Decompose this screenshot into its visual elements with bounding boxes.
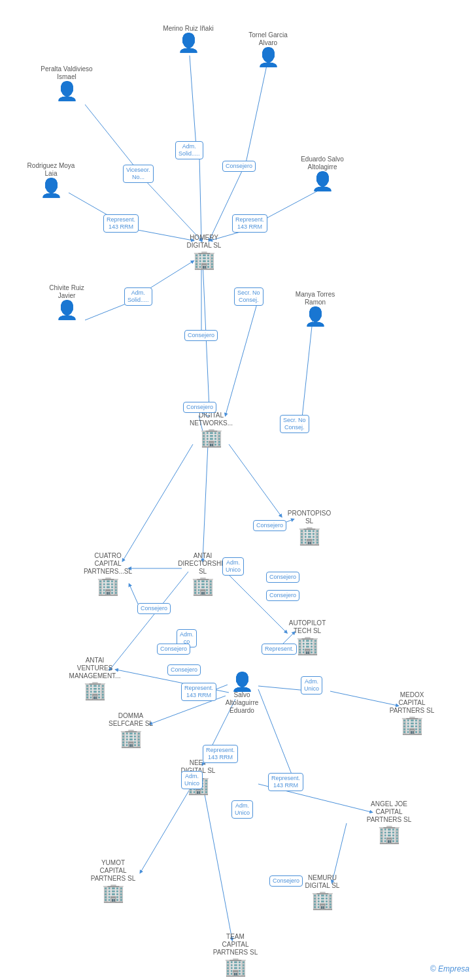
antai-ventures-label: ANTAIVENTURESMANAGEMENT... <box>69 657 121 680</box>
salvo-label: SalvoAltolaguirreEduardo <box>226 691 259 715</box>
building-icon-homery: 🏢 <box>193 251 216 269</box>
badge-represent-autopilot[interactable]: Represent. <box>262 644 297 655</box>
badge-represent-2[interactable]: Represent.143 RRM <box>232 214 267 233</box>
svg-line-30 <box>141 784 193 872</box>
node-manya: Manya Torres Ramon 👤 <box>289 291 341 326</box>
badge-adm-unico-neet[interactable]: Adm.Unico <box>181 771 203 789</box>
svg-line-34 <box>123 444 193 561</box>
person-icon-peralta: 👤 <box>56 82 78 101</box>
svg-line-17 <box>229 444 281 516</box>
autopilot-label: AUTOPILOTTECH SL <box>289 619 326 635</box>
person-icon-rodriguez: 👤 <box>40 179 63 197</box>
node-peralta: Peralta Valdivieso Ismael 👤 <box>41 65 93 101</box>
badge-represent-1[interactable]: Represent.143 RRM <box>103 214 139 233</box>
building-icon-antai-dir: 🏢 <box>192 577 214 595</box>
svg-line-31 <box>203 784 232 939</box>
badge-adm-unico-3[interactable]: Adm.Unico <box>231 800 253 819</box>
badge-consejero-5[interactable]: Consejero <box>266 590 299 601</box>
badge-secr-no-1[interactable]: Secr. NoConsej. <box>234 287 264 306</box>
svg-line-4 <box>262 189 320 221</box>
homery-label: HOMERYDIGITAL SL <box>187 234 222 250</box>
badge-consejero-8[interactable]: Consejero <box>167 664 201 676</box>
badge-adm-unico-2[interactable]: Adm.Unico <box>301 676 322 694</box>
domma-label: DOMMASELFCARE SL <box>109 712 153 728</box>
cuatro-label: CUATROCAPITALPARTNERS...SL <box>84 552 132 576</box>
badge-consejero-6[interactable]: Consejero <box>137 603 171 614</box>
building-icon-cuatro: 🏢 <box>97 577 120 595</box>
node-salvo: 👤 SalvoAltolaguirreEduardo <box>212 673 271 716</box>
person-icon-salvo: 👤 <box>231 673 254 691</box>
angel-joe-label: ANGEL JOECAPITALPARTNERS SL <box>367 800 412 824</box>
svg-line-0 <box>190 56 196 147</box>
person-icon-manya: 👤 <box>304 308 327 326</box>
building-icon-autopilot: 🏢 <box>296 636 319 655</box>
node-rodriguez: Rodriguez Moya Laia 👤 <box>25 162 77 197</box>
node-medox[interactable]: MEDOXCAPITALPARTNERS SL 🏢 <box>382 691 441 734</box>
building-icon-team-capital: 🏢 <box>224 958 247 976</box>
svg-line-2 <box>85 105 137 170</box>
antai-dir-label: ANTAIDIRECTORSHIPSL <box>178 552 227 576</box>
building-icon-digital-networks: 🏢 <box>200 429 223 447</box>
node-prontopiso[interactable]: PRONTOPISOSL 🏢 <box>280 510 339 545</box>
person-icon-tornel: 👤 <box>257 48 280 67</box>
node-antai-ventures[interactable]: ANTAIVENTURESMANAGEMENT... 🏢 <box>62 657 128 700</box>
badge-consejero-prontopiso[interactable]: Consejero <box>253 520 286 531</box>
badge-consejero-3[interactable]: Consejero <box>183 402 216 413</box>
node-angel-joe[interactable]: ANGEL JOECAPITALPARTNERS SL 🏢 <box>360 800 418 843</box>
node-homery[interactable]: HOMERYDIGITAL SL 🏢 <box>178 234 230 269</box>
badge-consejero-nemuru[interactable]: Consejero <box>269 875 303 887</box>
team-capital-label: TEAMCAPITALPARTNERS SL <box>213 933 258 956</box>
badge-adm-solid-1[interactable]: Adm.Solid..... <box>175 141 203 159</box>
svg-line-15 <box>301 320 313 430</box>
svg-line-6 <box>144 179 201 240</box>
badge-consejero-7[interactable]: Consejero <box>157 644 190 655</box>
diagram-canvas: Peralta Valdivieso Ismael 👤 Merino Ruiz … <box>0 0 476 980</box>
badge-represent-5[interactable]: Represent.143 RRM <box>268 773 303 791</box>
badge-represent-3[interactable]: Represent.143 RRM <box>181 683 216 701</box>
yumot-label: YUMOTCAPITALPARTNERS SL <box>91 859 136 883</box>
svg-line-14 <box>226 299 258 415</box>
node-tornel: Tornel Garcia Alvaro 👤 <box>242 31 294 67</box>
node-chivite: Chivite Ruiz Javier 👤 <box>41 284 93 319</box>
person-icon-merino: 👤 <box>177 34 200 52</box>
node-merino: Merino Ruiz Iñaki 👤 <box>162 25 214 52</box>
svg-line-32 <box>332 823 347 882</box>
badge-consejero-4[interactable]: Consejero <box>266 572 299 583</box>
building-icon-angel-joe: 🏢 <box>378 825 401 843</box>
badge-secr-no-2[interactable]: Secr. NoConsej. <box>280 415 309 433</box>
building-icon-yumot: 🏢 <box>102 884 125 902</box>
person-icon-chivite: 👤 <box>56 301 78 319</box>
svg-line-1 <box>245 65 267 166</box>
person-icon-eduardo-top: 👤 <box>311 172 334 191</box>
node-team-capital[interactable]: TEAMCAPITALPARTNERS SL 🏢 <box>206 933 265 976</box>
node-eduardo-top: Eduardo Salvo Altolagirre 👤 <box>293 155 352 191</box>
nemuru-label: NEMURUDIGITAL SL <box>305 874 340 890</box>
badge-consejero-2[interactable]: Consejero <box>184 330 218 341</box>
node-domma[interactable]: DOMMASELFCARE SL 🏢 <box>101 712 160 747</box>
badge-consejero-1[interactable]: Consejero <box>222 161 256 172</box>
building-icon-prontopiso: 🏢 <box>298 527 321 545</box>
node-yumot[interactable]: YUMOTCAPITALPARTNERS SL 🏢 <box>84 859 143 902</box>
building-icon-nemuru: 🏢 <box>311 891 334 909</box>
building-icon-domma: 🏢 <box>120 729 143 747</box>
node-cuatro[interactable]: CUATROCAPITALPARTNERS...SL 🏢 <box>78 552 137 595</box>
building-icon-medox: 🏢 <box>401 716 424 734</box>
svg-line-19 <box>203 444 208 561</box>
building-icon-antai-ventures: 🏢 <box>84 681 107 700</box>
badge-adm-solid-2[interactable]: Adm.Solid..... <box>124 287 152 306</box>
badge-viceseor[interactable]: Viceseor.No... <box>123 165 154 183</box>
badge-adm-unico-1[interactable]: Adm.Unico <box>222 557 244 576</box>
svg-line-5 <box>199 157 201 240</box>
watermark: © Empresa <box>430 964 469 973</box>
prontopiso-label: PRONTOPISOSL <box>288 510 332 525</box>
medox-label: MEDOXCAPITALPARTNERS SL <box>390 691 435 715</box>
badge-represent-4[interactable]: Represent.143 RRM <box>203 745 238 763</box>
